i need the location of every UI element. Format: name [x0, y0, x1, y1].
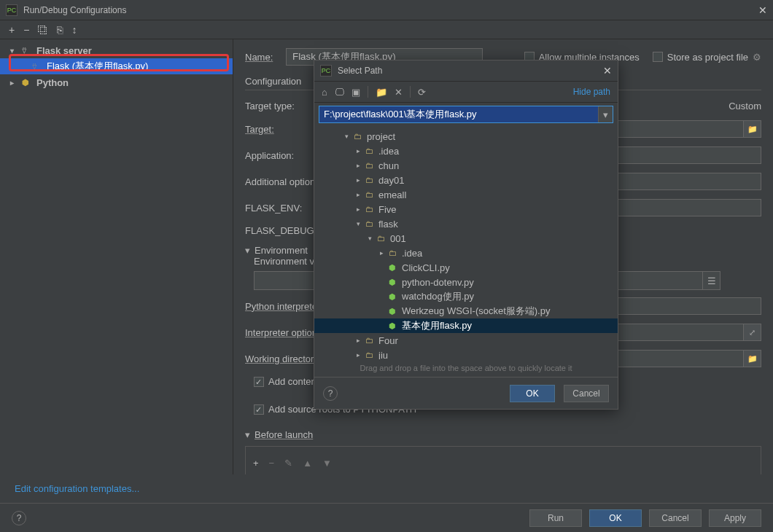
folder-row[interactable]: ▸🗀jiu [314, 348, 618, 359]
browse-target-button[interactable]: 📁 [744, 120, 761, 138]
file-label: Five [378, 204, 397, 215]
new-folder-icon[interactable]: 📁 [376, 87, 387, 98]
modal-cancel-button[interactable]: Cancel [564, 385, 609, 402]
hide-path-link[interactable]: Hide path [573, 87, 610, 97]
remove-button[interactable]: − [23, 24, 29, 36]
before-launch-toolbar: + − ✎ ▲ ▼ [245, 446, 761, 474]
close-icon[interactable]: ✕ [603, 65, 612, 77]
folder-row[interactable]: ▾🗀001 [314, 231, 618, 246]
folder-icon: 🗀 [365, 351, 376, 359]
file-label: python-dotenv.py [402, 277, 474, 288]
folder-icon: 🗀 [365, 205, 376, 214]
gear-icon[interactable]: ⚙ [753, 52, 761, 63]
python-file-icon: ⬢ [389, 278, 399, 287]
ok-button[interactable]: OK [589, 509, 642, 527]
file-label: .idea [402, 248, 422, 259]
folder-row[interactable]: ▸🗀emeall [314, 187, 618, 202]
folder-icon: 🗀 [365, 146, 376, 155]
file-label: chun [378, 160, 399, 171]
file-label: watchdog使用.py [402, 290, 474, 303]
modal-ok-button[interactable]: OK [510, 385, 555, 402]
run-button[interactable]: Run [529, 509, 582, 527]
path-input[interactable]: F:\project\flask\001\基本使用flask.py ▾ [319, 106, 613, 123]
file-row[interactable]: ⬢ClickCLI.py [314, 260, 618, 275]
delete-icon[interactable]: ✕ [395, 87, 403, 98]
file-label: jiu [378, 350, 388, 360]
folder-row[interactable]: ▸🗀.idea [314, 246, 618, 260]
folder-row[interactable]: ▸🗀Four [314, 333, 618, 348]
file-row[interactable]: ⬢Werkzeug WSGI-(socket服务端).py [314, 304, 618, 318]
folder-row[interactable]: ▾🗀flask [314, 216, 618, 231]
file-label: Werkzeug WSGI-(socket服务端).py [402, 305, 550, 318]
app-icon: PC [320, 65, 332, 77]
file-label: 基本使用flask.py [402, 319, 472, 332]
tree-group-python[interactable]: ▸ ⬢ Python [0, 74, 233, 90]
before-launch-label: Before launch [255, 429, 313, 440]
environment-header: Environment [255, 245, 308, 256]
tree-group-flask-server[interactable]: ▾ ⍢ Flask server [0, 42, 233, 58]
save-button[interactable]: ⎘ [57, 24, 63, 36]
help-button[interactable]: ? [323, 386, 338, 401]
folder-icon: 🗀 [365, 336, 376, 345]
chevron-down-icon: ▾ [345, 133, 352, 140]
folder-icon: 🗀 [365, 190, 376, 199]
chevron-down-icon[interactable]: ▾ [245, 429, 250, 440]
apply-button[interactable]: Apply [709, 509, 761, 527]
project-icon[interactable]: ▣ [351, 87, 360, 98]
tree-item-flask-run[interactable]: ⍢ Flask (基本使用flask.py) [0, 58, 233, 74]
cancel-button[interactable]: Cancel [649, 509, 702, 527]
python-file-icon: ⬢ [389, 321, 399, 331]
flask-icon: ⍢ [32, 62, 42, 71]
file-row[interactable]: ⬢python-dotenv.py [314, 275, 618, 289]
file-tree[interactable]: ▾🗀project▸🗀.idea▸🗀chun▸🗀day01▸🗀emeall▸🗀F… [314, 126, 618, 359]
custom-radio-label[interactable]: Custom [729, 101, 761, 112]
folder-row[interactable]: ▸🗀day01 [314, 173, 618, 187]
flask-icon: ⍢ [22, 46, 32, 55]
refresh-icon[interactable]: ⟳ [418, 87, 426, 98]
file-label: flask [378, 219, 398, 230]
folder-row[interactable]: ▸🗀Five [314, 202, 618, 216]
file-label: project [367, 131, 395, 142]
folder-icon: 🗀 [354, 132, 364, 141]
store-project-file-checkbox[interactable]: Store as project file [653, 52, 748, 63]
file-label: emeall [378, 189, 406, 200]
chevron-right-icon: ▸ [357, 337, 364, 344]
edit-templates-link[interactable]: Edit configuration templates... [0, 474, 773, 503]
chevron-right-icon: ▸ [357, 351, 364, 359]
config-toolbar: + − ⿻ ⎘ ↕ [0, 20, 773, 39]
add-task-button[interactable]: + [253, 458, 259, 469]
chevron-down-icon[interactable]: ▾ [245, 245, 250, 256]
down-task-button: ▼ [322, 458, 332, 469]
browse-dir-button[interactable]: 📁 [744, 350, 761, 367]
tab-configuration[interactable]: Configuration [245, 73, 301, 90]
help-button[interactable]: ? [12, 511, 26, 525]
file-row[interactable]: ⬢watchdog使用.py [314, 289, 618, 304]
path-value[interactable]: F:\project\flask\001\基本使用flask.py [319, 106, 598, 122]
chevron-down-icon: ▾ [10, 47, 18, 55]
desktop-icon[interactable]: 🖵 [335, 87, 344, 98]
close-icon[interactable]: ✕ [758, 4, 767, 16]
dropdown-icon[interactable]: ▾ [598, 106, 613, 122]
folder-row[interactable]: ▸🗀chun [314, 158, 618, 173]
file-label: ClickCLI.py [402, 262, 450, 273]
tree-label: Flask (基本使用flask.py) [47, 60, 148, 73]
home-icon[interactable]: ⌂ [322, 87, 327, 98]
python-file-icon: ⬢ [389, 307, 399, 316]
drop-hint: Drag and drop a file into the space abov… [314, 359, 618, 377]
select-path-dialog: PC Select Path ✕ ⌂ 🖵 ▣ 📁 ✕ ⟳ Hide path F… [314, 60, 618, 410]
folder-icon: 🗀 [365, 219, 376, 228]
list-icon[interactable]: ☰ [702, 272, 720, 289]
folder-row[interactable]: ▸🗀.idea [314, 144, 618, 158]
file-row[interactable]: ⬢基本使用flask.py [314, 318, 618, 333]
sort-button[interactable]: ↕ [71, 24, 77, 36]
folder-row[interactable]: ▾🗀project [314, 129, 618, 144]
chevron-down-icon: ▾ [357, 220, 364, 227]
window-title: Run/Debug Configurations [23, 5, 126, 15]
chevron-right-icon: ▸ [357, 162, 364, 169]
copy-button[interactable]: ⿻ [38, 24, 48, 36]
expand-icon[interactable]: ⤢ [744, 324, 761, 341]
add-button[interactable]: + [9, 24, 15, 36]
remove-task-button: − [269, 458, 275, 469]
chevron-right-icon: ▸ [10, 79, 18, 87]
titlebar: PC Run/Debug Configurations ✕ [0, 0, 773, 20]
